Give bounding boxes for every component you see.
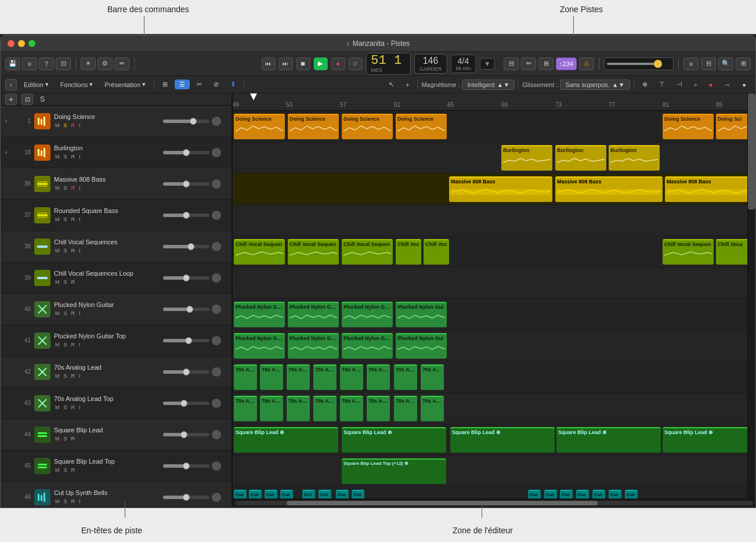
grid-button[interactable]: ⊞ (538, 57, 554, 70)
region-chill-2[interactable]: Chill Vocal Sequen (288, 239, 339, 265)
region-doing-science-6[interactable]: Doing Sci (716, 114, 751, 139)
region-plucked-4[interactable]: Plucked Nylon Gui (396, 302, 447, 327)
region-doing-science-3[interactable]: Doing Science (342, 114, 393, 139)
signature-display[interactable]: 4/4 Mi min (450, 55, 476, 73)
region-analog-4[interactable]: 70s Anal (313, 364, 337, 390)
expand-button[interactable]: ↔ (719, 80, 735, 89)
region-chill-3[interactable]: Chill Vocal Sequen (342, 239, 393, 265)
region-808-3[interactable]: Massive 808 Bass (665, 176, 755, 202)
record-button[interactable]: ● (331, 57, 345, 70)
region-analog-top-4[interactable]: 70s Anal (313, 396, 337, 421)
track-vol-45[interactable] (212, 461, 221, 471)
region-burlington-3[interactable]: Burlington (609, 145, 660, 171)
mute-btn-39[interactable]: M (54, 279, 61, 286)
solo-btn-18[interactable]: S (63, 153, 68, 160)
track-expand-1[interactable]: › (5, 118, 16, 124)
region-square-blip-4[interactable]: Square Blip Lead ⊕ (556, 427, 661, 453)
solo-btn-37[interactable]: S (63, 216, 68, 223)
region-analog-top-8[interactable]: 70s Anal (421, 396, 444, 421)
region-plucked-top-2[interactable]: Plucked Nylon Guit (288, 333, 339, 359)
input-btn-40[interactable]: I (78, 310, 82, 317)
track-slider-42[interactable] (163, 367, 227, 377)
track-slider-41[interactable] (163, 336, 227, 345)
input-btn-36[interactable]: I (78, 185, 82, 191)
warning-button[interactable]: ⚠ (579, 57, 594, 70)
record-btn-37[interactable]: R (70, 216, 77, 223)
vert-scrollbar-thumb[interactable] (748, 93, 755, 209)
region-808-2[interactable]: Massive 808 Bass (555, 176, 663, 202)
window-button[interactable]: ⊡ (56, 57, 71, 70)
region-analog-top-5[interactable]: 70s Anal (340, 396, 363, 421)
region-analog-top-6[interactable]: 70s Anal (367, 396, 390, 421)
solo-btn-36[interactable]: S (63, 185, 68, 191)
track-vol-38[interactable] (212, 242, 221, 251)
track-vol-44[interactable] (212, 430, 221, 439)
region-chill-1[interactable]: Chill Vocal Sequen (234, 239, 285, 265)
list2-button[interactable]: ≡ (683, 57, 699, 70)
input-btn-46[interactable]: I (78, 498, 82, 505)
solo-btn-44[interactable]: S (63, 435, 68, 442)
track-slider-44[interactable] (163, 430, 227, 439)
mute-btn-36[interactable]: M (54, 185, 61, 191)
track-vol-37[interactable] (212, 211, 221, 220)
position-display[interactable]: 51 1 MES (366, 53, 411, 75)
region-chill-7[interactable]: Chill Voca (716, 239, 752, 265)
users-button[interactable]: ↑234 (556, 57, 577, 70)
edition-menu[interactable]: Edition ▾ (19, 80, 53, 89)
record-btn-1[interactable]: R (70, 122, 77, 129)
track-vol-1[interactable] (212, 117, 221, 126)
region-doing-science-2[interactable]: Doing Science (288, 114, 339, 139)
track-slider-18[interactable] (163, 148, 227, 157)
link-button[interactable]: ⊘ (209, 80, 223, 89)
solo-btn-41[interactable]: S (63, 341, 68, 348)
rewind-button[interactable]: ⏮ (261, 57, 275, 70)
presentation-menu[interactable]: Présentation ▾ (100, 80, 150, 89)
vertical-scrollbar[interactable] (747, 93, 755, 498)
region-analog-top-2[interactable]: 70s Anal (260, 396, 283, 421)
input-btn-43[interactable]: I (78, 404, 82, 411)
record-btn-40[interactable]: R (70, 310, 77, 317)
dot-button[interactable]: ● (737, 80, 751, 89)
region-analog-8[interactable]: 70s Anal (421, 364, 444, 390)
master-volume-slider[interactable] (604, 57, 674, 70)
region-analog-7[interactable]: 70s Anal (394, 364, 417, 390)
list-view-button[interactable]: ☰ (175, 80, 190, 89)
record-btn-38[interactable]: R (70, 247, 77, 254)
scissors-button[interactable]: ✂ (192, 80, 207, 89)
mute-btn-37[interactable]: M (54, 216, 61, 223)
scrollbar-thumb[interactable] (287, 501, 598, 505)
plugin-button[interactable]: ⊞ (736, 57, 751, 70)
region-square-blip-3[interactable]: Square Blip Lead ⊕ (450, 427, 555, 453)
mute-btn-44[interactable]: M (54, 435, 61, 442)
region-square-blip-top-1[interactable]: Square Blip Lead Top (+12) ⊕ (342, 458, 446, 484)
functions-menu[interactable]: Fonctions ▾ (56, 80, 98, 89)
solo-btn-40[interactable]: S (63, 310, 68, 317)
region-analog-1[interactable]: 70s Anal (234, 364, 257, 390)
fast-forward-button[interactable]: ⏭ (278, 57, 292, 70)
grid-view-button[interactable]: ⊞ (158, 80, 172, 89)
minimize-button[interactable] (18, 40, 25, 47)
region-analog-5[interactable]: 70s Anal (340, 364, 363, 390)
maximize-button[interactable] (28, 40, 35, 47)
track-vol-36[interactable] (212, 179, 221, 189)
input-btn-42[interactable]: I (78, 373, 82, 380)
track-slider-37[interactable] (163, 211, 227, 220)
region-doing-science-4[interactable]: Doing Science (396, 114, 447, 139)
track-slider-43[interactable] (163, 399, 227, 408)
track-slider-40[interactable] (163, 305, 227, 314)
region-burlington-2[interactable]: Burlington (555, 145, 606, 171)
solo-btn-45[interactable]: S (63, 467, 68, 474)
region-chill-5[interactable]: Chill Voc (424, 239, 449, 265)
step-button[interactable]: ÷ (689, 80, 702, 89)
input-btn-37[interactable]: I (78, 216, 82, 223)
region-doing-science-1[interactable]: Doing Science (234, 114, 285, 139)
input-btn-41[interactable]: I (78, 341, 82, 348)
record-btn-42[interactable]: R (70, 373, 77, 380)
track-slider-45[interactable] (163, 461, 227, 471)
region-analog-6[interactable]: 70s Anal (367, 364, 390, 390)
align-button[interactable]: ⊕ (638, 80, 652, 89)
eq-button[interactable]: ⊟ (504, 57, 519, 70)
region-square-blip-2[interactable]: Square Blip Lead ⊕ (342, 427, 446, 453)
region-plucked-2[interactable]: Plucked Nylon Guit (288, 302, 339, 327)
solo-btn-46[interactable]: S (63, 498, 68, 505)
